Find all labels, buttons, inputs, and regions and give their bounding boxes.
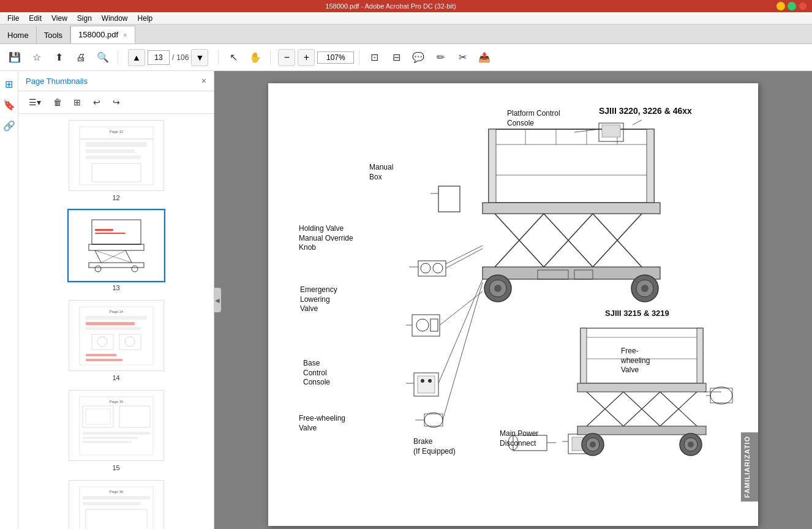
thumbnail-12-content: Page 12 xyxy=(69,120,164,191)
comment-button[interactable]: 💬 xyxy=(408,48,428,67)
toolbar: 💾 ☆ ⬆ 🖨 🔍 ▲ 13 / 106 ▼ ↖ ✋ − + 107% ⊡ ⊟ … xyxy=(0,44,812,71)
sidebar-title-text: Page Thumbnails xyxy=(26,77,88,86)
search-button[interactable]: 🔍 xyxy=(93,48,113,67)
sidebar-close-button[interactable]: × xyxy=(201,76,206,86)
thumbnail-12-image[interactable]: Page 12 xyxy=(67,119,165,192)
close-window-button[interactable] xyxy=(799,2,807,10)
thumbnail-16[interactable]: Page 16 16 xyxy=(23,479,209,529)
svg-point-69 xyxy=(494,285,502,292)
fit-page-button[interactable]: ⊡ xyxy=(364,48,384,67)
print-button[interactable]: 🖨 xyxy=(71,48,91,67)
label-platform-control: Platform Control Console xyxy=(507,109,560,128)
thumbnail-12[interactable]: Page 12 12 xyxy=(23,119,209,201)
thumbnail-16-image[interactable]: Page 16 xyxy=(67,479,165,529)
highlight-button[interactable]: ✏ xyxy=(430,48,450,67)
redo-button[interactable]: ↪ xyxy=(108,94,125,111)
svg-point-81 xyxy=(421,263,430,273)
thumbnail-menu-button[interactable]: ☰▾ xyxy=(23,94,47,111)
svg-rect-107 xyxy=(581,328,587,383)
thumbnail-13-content xyxy=(69,210,164,281)
menu-file[interactable]: File xyxy=(2,13,24,24)
select-tool-button[interactable]: ↖ xyxy=(224,48,243,67)
svg-text:Page 12: Page 12 xyxy=(109,130,123,133)
nav-links-icon[interactable]: 🔗 xyxy=(1,118,17,133)
svg-rect-118 xyxy=(577,426,706,435)
svg-rect-80 xyxy=(418,261,446,276)
thumbnail-13[interactable]: 13 xyxy=(23,209,209,291)
window-controls xyxy=(776,2,807,10)
menu-sign[interactable]: Sign xyxy=(72,13,97,24)
tab-tools[interactable]: Tools xyxy=(37,26,70,43)
share-button[interactable]: 📤 xyxy=(475,48,494,67)
next-page-button[interactable]: ▼ xyxy=(191,49,208,66)
insert-pages-button[interactable]: ⊞ xyxy=(69,94,86,111)
page-separator: / xyxy=(172,53,174,62)
undo-button[interactable]: ↩ xyxy=(88,94,105,111)
svg-rect-41 xyxy=(83,441,132,443)
thumbnail-15-image[interactable]: Page 15 xyxy=(67,389,165,462)
thumbnail-16-content: Page 16 xyxy=(69,480,164,529)
svg-rect-40 xyxy=(83,437,138,439)
menu-window[interactable]: Window xyxy=(97,13,133,24)
page-number-input[interactable]: 13 xyxy=(148,50,170,65)
bookmark-button[interactable]: ☆ xyxy=(27,48,47,67)
collapse-sidebar-button[interactable]: ◀ xyxy=(214,288,221,312)
diagram-title-2: SJIII 3215 & 3219 xyxy=(605,309,669,318)
svg-rect-66 xyxy=(483,267,660,279)
thumbnail-14-content: Page 14 xyxy=(69,300,164,371)
markup-button[interactable]: ✂ xyxy=(453,48,472,67)
separator-1 xyxy=(118,50,118,65)
zoom-in-button[interactable]: + xyxy=(298,49,315,66)
minimize-button[interactable] xyxy=(776,2,785,10)
nav-thumbnails-icon[interactable]: ⊞ xyxy=(1,76,17,92)
svg-rect-32 xyxy=(86,359,122,361)
familiarization-badge: FAMILIARIZATIO xyxy=(741,432,758,501)
svg-rect-97 xyxy=(424,414,443,426)
zoom-out-button[interactable]: − xyxy=(278,49,295,66)
svg-line-98 xyxy=(443,282,483,420)
page-navigation: ▲ 13 / 106 ▼ xyxy=(128,49,208,66)
svg-rect-111 xyxy=(577,383,706,392)
thumbnail-13-image[interactable] xyxy=(67,209,165,282)
svg-text:Page 16: Page 16 xyxy=(109,490,123,493)
svg-rect-108 xyxy=(697,328,703,383)
svg-rect-78 xyxy=(438,186,460,212)
sidebar: Page Thumbnails × ☰▾ 🗑 ⊞ ↩ ↪ xyxy=(18,71,214,529)
svg-point-93 xyxy=(428,379,432,383)
marquee-zoom-button[interactable]: ⊟ xyxy=(386,48,406,67)
zoom-level-display[interactable]: 107% xyxy=(317,51,354,64)
upload-button[interactable]: ⬆ xyxy=(49,48,69,67)
save-button[interactable]: 💾 xyxy=(5,48,24,67)
svg-rect-31 xyxy=(86,354,116,356)
menu-help[interactable]: Help xyxy=(133,13,158,24)
tab-tools-label: Tools xyxy=(44,31,62,40)
title-bar: 158000.pdf - Adobe Acrobat Pro DC (32-bi… xyxy=(0,0,812,12)
tab-document[interactable]: 158000.pdf × xyxy=(70,26,135,43)
svg-rect-51 xyxy=(647,129,654,203)
tab-document-label: 158000.pdf xyxy=(78,30,118,39)
thumbnail-14-image[interactable]: Page 14 xyxy=(67,299,165,372)
label-emergency-lowering: Emergency Lowering Valve xyxy=(300,285,337,314)
thumbnail-15[interactable]: Page 15 15 xyxy=(23,389,209,471)
prev-page-button[interactable]: ▲ xyxy=(128,49,145,66)
maximize-button[interactable] xyxy=(788,2,796,10)
label-freewheeling-valve-2: Free- wheeling Valve xyxy=(621,347,650,375)
label-main-power: Main Power Disconnect xyxy=(500,429,538,448)
sidebar-toolbar: ☰▾ 🗑 ⊞ ↩ ↪ xyxy=(18,91,214,114)
content-area[interactable]: SJIII 3220, 3226 & 46xx SJIII 3215 & 321… xyxy=(214,71,812,529)
menu-edit[interactable]: Edit xyxy=(24,13,47,24)
tab-bar: Home Tools 158000.pdf × xyxy=(0,24,812,44)
hand-tool-button[interactable]: ✋ xyxy=(246,48,265,67)
sidebar-header: Page Thumbnails × xyxy=(18,71,214,91)
label-holding-valve: Holding Valve Manual Override Knob xyxy=(299,224,353,253)
svg-line-88 xyxy=(440,291,483,325)
delete-thumbnail-button[interactable]: 🗑 xyxy=(49,94,66,111)
tab-home[interactable]: Home xyxy=(0,26,37,43)
label-brake: Brake (If Equipped) xyxy=(413,437,456,456)
tab-close-button[interactable]: × xyxy=(123,31,127,39)
thumbnails-area[interactable]: Page 12 12 xyxy=(18,114,214,529)
menu-view[interactable]: View xyxy=(47,13,72,24)
nav-bookmarks-icon[interactable]: 🔖 xyxy=(1,97,17,113)
thumbnail-14[interactable]: Page 14 1 xyxy=(23,299,209,381)
svg-rect-59 xyxy=(483,203,660,214)
